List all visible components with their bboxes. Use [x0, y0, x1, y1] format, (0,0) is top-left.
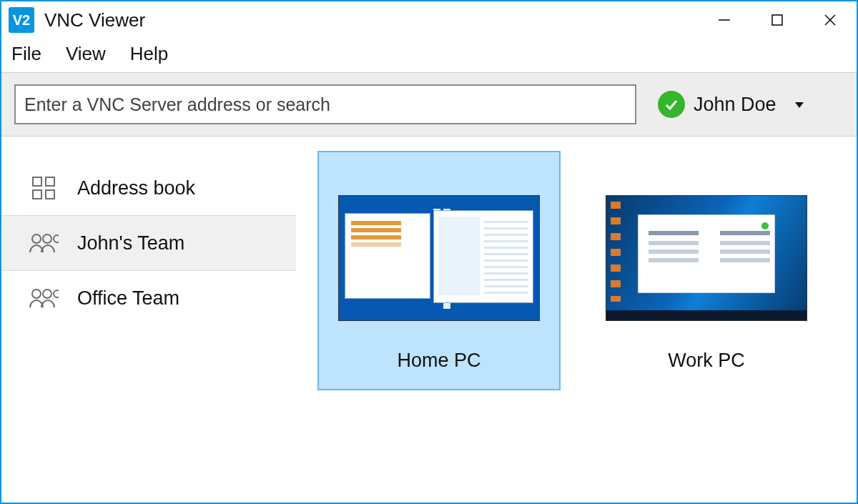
connection-work-pc[interactable]: Work PC: [585, 151, 828, 390]
app-icon: V2: [9, 7, 34, 33]
minimize-button[interactable]: [698, 1, 751, 39]
app-window: V2 VNC Viewer File View Help John Doe: [0, 0, 858, 504]
close-icon: [822, 12, 838, 28]
svg-point-13: [43, 290, 51, 298]
sidebar-item-label: Address book: [77, 177, 195, 199]
svg-rect-1: [772, 15, 782, 25]
connection-label: Work PC: [593, 350, 819, 372]
sidebar-item-address-book[interactable]: Address book: [1, 161, 296, 215]
window-controls: [698, 1, 857, 39]
sidebar-item-johns-team[interactable]: John's Team: [1, 215, 296, 271]
account-name: John Doe: [694, 94, 776, 116]
sidebar: Address book John's Team Office Team: [1, 137, 296, 503]
svg-point-10: [43, 234, 51, 243]
svg-marker-4: [795, 102, 804, 108]
connection-thumbnail: [338, 195, 540, 321]
menubar: File View Help: [1, 39, 857, 72]
svg-point-11: [54, 235, 59, 242]
menu-help[interactable]: Help: [130, 43, 168, 65]
chevron-down-icon: [794, 94, 805, 116]
svg-rect-5: [33, 177, 41, 186]
connection-thumbnail: [606, 195, 807, 321]
svg-rect-6: [46, 177, 54, 186]
app-title: VNC Viewer: [44, 9, 145, 31]
people-icon: [29, 230, 59, 256]
svg-point-12: [32, 290, 41, 298]
account-dropdown[interactable]: John Doe: [658, 91, 805, 118]
svg-rect-7: [33, 190, 41, 199]
svg-point-14: [54, 290, 59, 297]
connection-home-pc[interactable]: Home PC: [317, 151, 561, 390]
sidebar-item-label: John's Team: [77, 232, 184, 255]
people-icon: [29, 285, 59, 311]
maximize-button[interactable]: [751, 1, 804, 39]
maximize-icon: [770, 13, 784, 27]
search-input[interactable]: [14, 84, 636, 124]
grid-icon: [29, 175, 59, 201]
titlebar: V2 VNC Viewer: [1, 1, 857, 39]
menu-file[interactable]: File: [11, 43, 41, 65]
main-area: Address book John's Team Office Team: [1, 137, 857, 503]
svg-rect-8: [46, 190, 54, 199]
status-ok-icon: [658, 91, 685, 118]
connections-grid: Home PC Work PC: [296, 137, 857, 503]
sidebar-item-label: Office Team: [77, 287, 179, 310]
connection-label: Home PC: [326, 350, 552, 372]
minimize-icon: [716, 12, 732, 28]
menu-view[interactable]: View: [66, 43, 106, 65]
close-button[interactable]: [804, 1, 857, 39]
toolbar: John Doe: [1, 72, 857, 137]
sidebar-item-office-team[interactable]: Office Team: [1, 271, 296, 325]
svg-point-9: [32, 234, 41, 243]
